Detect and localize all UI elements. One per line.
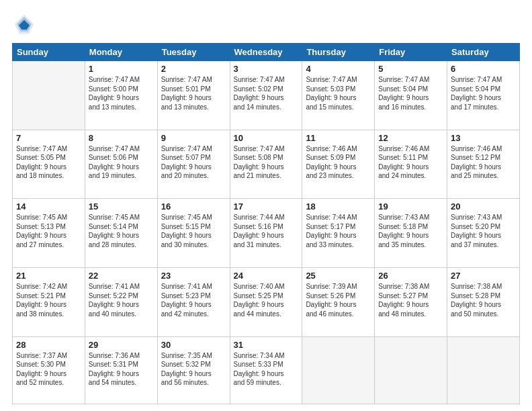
week-row-5: 28Sunrise: 7:37 AM Sunset: 5:30 PM Dayli… bbox=[13, 336, 520, 404]
day-number: 19 bbox=[378, 201, 443, 212]
logo bbox=[12, 12, 39, 36]
calendar-cell: 25Sunrise: 7:39 AM Sunset: 5:26 PM Dayli… bbox=[302, 268, 375, 337]
day-number: 4 bbox=[306, 64, 371, 74]
day-number: 24 bbox=[234, 271, 299, 281]
day-info: Sunrise: 7:45 AM Sunset: 5:15 PM Dayligh… bbox=[161, 213, 226, 249]
day-number: 29 bbox=[89, 340, 154, 350]
calendar-cell: 8Sunrise: 7:47 AM Sunset: 5:06 PM Daylig… bbox=[85, 130, 157, 199]
calendar-cell: 31Sunrise: 7:34 AM Sunset: 5:33 PM Dayli… bbox=[230, 336, 302, 404]
day-number: 13 bbox=[451, 133, 516, 143]
day-info: Sunrise: 7:47 AM Sunset: 5:03 PM Dayligh… bbox=[306, 75, 371, 111]
day-info: Sunrise: 7:47 AM Sunset: 5:06 PM Dayligh… bbox=[89, 144, 154, 181]
day-number: 23 bbox=[161, 271, 226, 281]
calendar-cell: 4Sunrise: 7:47 AM Sunset: 5:03 PM Daylig… bbox=[302, 61, 375, 130]
col-header-saturday: Saturday bbox=[447, 44, 520, 61]
day-info: Sunrise: 7:47 AM Sunset: 5:02 PM Dayligh… bbox=[234, 75, 299, 111]
day-info: Sunrise: 7:47 AM Sunset: 5:08 PM Dayligh… bbox=[234, 144, 299, 181]
day-number: 22 bbox=[89, 271, 154, 281]
calendar-cell: 17Sunrise: 7:44 AM Sunset: 5:16 PM Dayli… bbox=[230, 199, 302, 268]
calendar-cell bbox=[302, 336, 375, 404]
col-header-sunday: Sunday bbox=[13, 44, 85, 61]
calendar-cell: 2Sunrise: 7:47 AM Sunset: 5:01 PM Daylig… bbox=[157, 61, 230, 130]
calendar-cell: 22Sunrise: 7:41 AM Sunset: 5:22 PM Dayli… bbox=[85, 268, 157, 337]
calendar-cell: 28Sunrise: 7:37 AM Sunset: 5:30 PM Dayli… bbox=[13, 336, 85, 404]
calendar-cell: 14Sunrise: 7:45 AM Sunset: 5:13 PM Dayli… bbox=[13, 199, 85, 268]
day-info: Sunrise: 7:35 AM Sunset: 5:32 PM Dayligh… bbox=[161, 351, 226, 387]
day-number: 14 bbox=[16, 201, 81, 212]
day-number: 2 bbox=[161, 64, 226, 74]
calendar-cell: 11Sunrise: 7:46 AM Sunset: 5:09 PM Dayli… bbox=[302, 130, 375, 199]
calendar-cell: 20Sunrise: 7:43 AM Sunset: 5:20 PM Dayli… bbox=[447, 199, 520, 268]
day-number: 5 bbox=[378, 64, 443, 74]
day-number: 8 bbox=[89, 133, 154, 143]
day-info: Sunrise: 7:45 AM Sunset: 5:13 PM Dayligh… bbox=[16, 213, 81, 249]
calendar-cell: 23Sunrise: 7:41 AM Sunset: 5:23 PM Dayli… bbox=[157, 268, 230, 337]
calendar-cell: 30Sunrise: 7:35 AM Sunset: 5:32 PM Dayli… bbox=[157, 336, 230, 404]
col-header-monday: Monday bbox=[85, 44, 157, 61]
day-info: Sunrise: 7:47 AM Sunset: 5:01 PM Dayligh… bbox=[161, 75, 226, 111]
calendar-cell: 6Sunrise: 7:47 AM Sunset: 5:04 PM Daylig… bbox=[447, 61, 520, 130]
day-info: Sunrise: 7:38 AM Sunset: 5:27 PM Dayligh… bbox=[378, 282, 443, 318]
day-number: 6 bbox=[451, 64, 516, 74]
day-info: Sunrise: 7:38 AM Sunset: 5:28 PM Dayligh… bbox=[451, 282, 516, 318]
calendar-table: SundayMondayTuesdayWednesdayThursdayFrid… bbox=[12, 43, 520, 404]
day-number: 11 bbox=[306, 133, 371, 143]
calendar-cell: 12Sunrise: 7:46 AM Sunset: 5:11 PM Dayli… bbox=[375, 130, 447, 199]
day-info: Sunrise: 7:47 AM Sunset: 5:00 PM Dayligh… bbox=[89, 75, 154, 111]
calendar-cell: 9Sunrise: 7:47 AM Sunset: 5:07 PM Daylig… bbox=[157, 130, 230, 199]
col-header-tuesday: Tuesday bbox=[157, 44, 230, 61]
calendar-cell: 13Sunrise: 7:46 AM Sunset: 5:12 PM Dayli… bbox=[447, 130, 520, 199]
calendar-cell: 21Sunrise: 7:42 AM Sunset: 5:21 PM Dayli… bbox=[13, 268, 85, 337]
calendar-cell: 27Sunrise: 7:38 AM Sunset: 5:28 PM Dayli… bbox=[447, 268, 520, 337]
day-number: 16 bbox=[161, 201, 226, 212]
day-number: 7 bbox=[16, 133, 81, 143]
day-info: Sunrise: 7:43 AM Sunset: 5:20 PM Dayligh… bbox=[451, 213, 516, 249]
calendar-cell: 3Sunrise: 7:47 AM Sunset: 5:02 PM Daylig… bbox=[230, 61, 302, 130]
day-info: Sunrise: 7:43 AM Sunset: 5:18 PM Dayligh… bbox=[378, 213, 443, 249]
day-number: 28 bbox=[16, 340, 81, 350]
day-number: 25 bbox=[306, 271, 371, 281]
calendar-cell: 24Sunrise: 7:40 AM Sunset: 5:25 PM Dayli… bbox=[230, 268, 302, 337]
calendar-cell bbox=[375, 336, 447, 404]
day-number: 10 bbox=[234, 133, 299, 143]
week-row-2: 7Sunrise: 7:47 AM Sunset: 5:05 PM Daylig… bbox=[13, 130, 520, 199]
day-number: 20 bbox=[451, 201, 516, 212]
day-number: 15 bbox=[89, 201, 154, 212]
day-number: 1 bbox=[89, 64, 154, 74]
day-info: Sunrise: 7:46 AM Sunset: 5:12 PM Dayligh… bbox=[451, 144, 516, 181]
day-number: 17 bbox=[234, 201, 299, 212]
day-number: 12 bbox=[378, 133, 443, 143]
day-info: Sunrise: 7:42 AM Sunset: 5:21 PM Dayligh… bbox=[16, 282, 81, 318]
day-info: Sunrise: 7:41 AM Sunset: 5:23 PM Dayligh… bbox=[161, 282, 226, 318]
calendar-cell: 26Sunrise: 7:38 AM Sunset: 5:27 PM Dayli… bbox=[375, 268, 447, 337]
day-number: 30 bbox=[161, 340, 226, 350]
calendar-cell: 15Sunrise: 7:45 AM Sunset: 5:14 PM Dayli… bbox=[85, 199, 157, 268]
calendar-cell: 19Sunrise: 7:43 AM Sunset: 5:18 PM Dayli… bbox=[375, 199, 447, 268]
day-info: Sunrise: 7:45 AM Sunset: 5:14 PM Dayligh… bbox=[89, 213, 154, 249]
calendar-cell bbox=[13, 61, 85, 130]
day-info: Sunrise: 7:36 AM Sunset: 5:31 PM Dayligh… bbox=[89, 351, 154, 387]
day-info: Sunrise: 7:47 AM Sunset: 5:04 PM Dayligh… bbox=[451, 75, 516, 111]
col-header-friday: Friday bbox=[375, 44, 447, 61]
day-number: 27 bbox=[451, 271, 516, 281]
calendar-cell: 10Sunrise: 7:47 AM Sunset: 5:08 PM Dayli… bbox=[230, 130, 302, 199]
day-info: Sunrise: 7:46 AM Sunset: 5:09 PM Dayligh… bbox=[306, 144, 371, 181]
day-info: Sunrise: 7:47 AM Sunset: 5:05 PM Dayligh… bbox=[16, 144, 81, 181]
calendar-cell: 29Sunrise: 7:36 AM Sunset: 5:31 PM Dayli… bbox=[85, 336, 157, 404]
day-info: Sunrise: 7:34 AM Sunset: 5:33 PM Dayligh… bbox=[234, 351, 299, 387]
calendar-cell: 16Sunrise: 7:45 AM Sunset: 5:15 PM Dayli… bbox=[157, 199, 230, 268]
calendar-cell bbox=[447, 336, 520, 404]
day-info: Sunrise: 7:46 AM Sunset: 5:11 PM Dayligh… bbox=[378, 144, 443, 181]
day-info: Sunrise: 7:44 AM Sunset: 5:16 PM Dayligh… bbox=[234, 213, 299, 249]
day-number: 18 bbox=[306, 201, 371, 212]
generalblue-logo-icon bbox=[12, 12, 36, 36]
calendar-cell: 18Sunrise: 7:44 AM Sunset: 5:17 PM Dayli… bbox=[302, 199, 375, 268]
calendar-cell: 5Sunrise: 7:47 AM Sunset: 5:04 PM Daylig… bbox=[375, 61, 447, 130]
day-info: Sunrise: 7:40 AM Sunset: 5:25 PM Dayligh… bbox=[234, 282, 299, 318]
day-info: Sunrise: 7:44 AM Sunset: 5:17 PM Dayligh… bbox=[306, 213, 371, 249]
day-info: Sunrise: 7:39 AM Sunset: 5:26 PM Dayligh… bbox=[306, 282, 371, 318]
day-number: 31 bbox=[234, 340, 299, 350]
calendar-header-row: SundayMondayTuesdayWednesdayThursdayFrid… bbox=[13, 44, 520, 61]
day-number: 26 bbox=[378, 271, 443, 281]
week-row-1: 1Sunrise: 7:47 AM Sunset: 5:00 PM Daylig… bbox=[13, 61, 520, 130]
